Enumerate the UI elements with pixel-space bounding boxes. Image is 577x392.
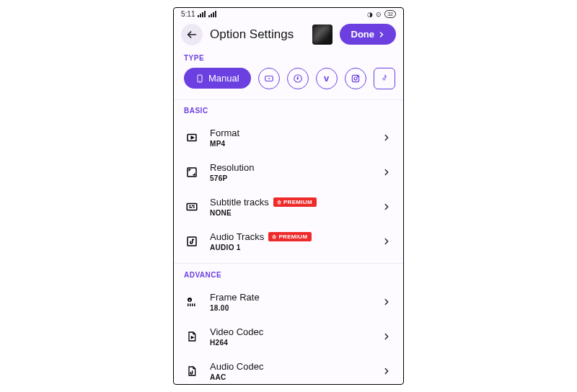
type-option-youtube[interactable] [258, 68, 280, 89]
crown-icon: ♔ [277, 200, 281, 205]
chevron-right-icon [382, 167, 392, 177]
type-option-manual[interactable]: Manual [184, 68, 251, 89]
top-bar: Option Settings Done [174, 19, 403, 51]
type-option-tiktok[interactable] [374, 68, 395, 89]
alarm-icon: ⊙ [376, 11, 382, 18]
tiktok-icon [380, 74, 389, 83]
premium-badge: ♔PREMIUM [273, 197, 317, 207]
signal-icon [198, 11, 206, 17]
row-label: Audio Codec [210, 361, 263, 372]
row-label: Format [210, 128, 239, 138]
section-label-type: TYPE [174, 51, 403, 68]
row-value: AAC [210, 373, 263, 381]
status-bar: 5:11 ◑ ⊙ 32 [174, 8, 403, 19]
row-value: NONE [210, 209, 317, 217]
vimeo-icon: v [324, 73, 329, 84]
row-frame-rate[interactable]: A Frame Rate 18.00 [174, 285, 403, 319]
chevron-right-icon [382, 366, 392, 376]
premium-badge: ♔PREMIUM [268, 232, 312, 241]
chevron-right-icon [382, 236, 392, 246]
status-time: 5:11 [181, 10, 195, 18]
row-label: Video Codec [210, 326, 263, 337]
svg-rect-21 [190, 303, 191, 306]
divider [174, 263, 403, 264]
row-value: 18.00 [210, 304, 260, 312]
frame-rate-icon: A [184, 294, 200, 310]
row-label: Resolution [210, 162, 254, 173]
row-video-codec[interactable]: Video Codec H264 [174, 319, 403, 354]
row-label: Audio Tracks [210, 231, 264, 242]
row-label: Frame Rate [210, 292, 260, 303]
chevron-right-icon [382, 297, 392, 307]
divider [174, 99, 403, 100]
svg-rect-22 [192, 303, 193, 306]
svg-rect-20 [188, 303, 189, 306]
chevron-right-icon [382, 202, 392, 212]
page-title: Option Settings [210, 27, 294, 42]
done-label: Done [351, 29, 375, 40]
row-value: H264 [210, 339, 263, 347]
svg-point-7 [354, 76, 357, 79]
svg-rect-23 [194, 303, 195, 306]
row-value: 576P [210, 174, 254, 182]
crown-icon: ♔ [272, 234, 276, 240]
row-audio-codec[interactable]: Audio Codec AAC [174, 354, 403, 384]
svg-point-8 [357, 76, 358, 76]
preview-thumbnail[interactable] [312, 24, 332, 45]
dnd-icon: ◑ [367, 11, 373, 18]
row-format[interactable]: Format MP4 [174, 120, 403, 155]
instagram-icon [351, 74, 361, 84]
format-icon [184, 130, 200, 146]
section-label-basic: BASIC [174, 104, 403, 120]
row-value: MP4 [210, 140, 239, 148]
type-option-label: Manual [208, 73, 239, 84]
youtube-icon [264, 74, 274, 84]
row-audio-tracks[interactable]: Audio Tracks ♔PREMIUM AUDIO 1 [174, 224, 403, 259]
row-label: Subtitle tracks [210, 197, 269, 208]
chevron-right-icon [377, 30, 386, 39]
audio-tracks-icon [184, 233, 200, 249]
type-option-vimeo[interactable]: v [316, 68, 338, 89]
svg-marker-10 [191, 137, 193, 139]
resolution-icon [184, 164, 200, 180]
arrow-left-icon [186, 29, 198, 40]
audio-codec-icon [184, 363, 200, 379]
svg-marker-24 [191, 337, 193, 339]
signal-icon-2 [208, 11, 216, 17]
row-resolution[interactable]: Resolution 576P [174, 155, 403, 190]
svg-marker-4 [268, 77, 270, 79]
back-button[interactable] [181, 24, 203, 45]
video-codec-icon [184, 329, 200, 344]
phone-frame: 5:11 ◑ ⊙ 32 Option Settings Done TYPE Ma… [173, 7, 404, 385]
done-button[interactable]: Done [340, 24, 397, 45]
battery-indicator: 32 [384, 10, 396, 18]
phone-icon [195, 74, 204, 84]
row-value: AUDIO 1 [210, 244, 312, 251]
type-selector-row: Manual v [174, 68, 403, 99]
subtitle-icon [184, 199, 200, 215]
type-option-instagram[interactable] [345, 68, 366, 89]
section-label-advance: ADVANCE [174, 268, 403, 285]
row-subtitle-tracks[interactable]: Subtitle tracks ♔PREMIUM NONE [174, 190, 403, 224]
facebook-icon [293, 74, 303, 84]
chevron-right-icon [382, 331, 392, 342]
chevron-right-icon [382, 133, 392, 143]
type-option-facebook[interactable] [287, 68, 309, 89]
